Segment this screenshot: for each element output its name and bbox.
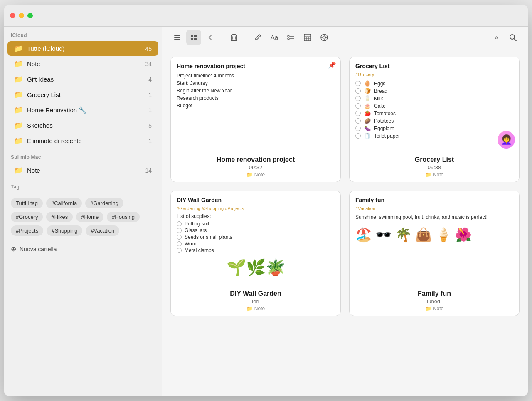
note-card-diy[interactable]: DIY Wall Garden #Gardening #Shopping #Pr… xyxy=(170,191,341,316)
delete-icon xyxy=(230,33,238,42)
tag-tutti[interactable]: Tutti i tag xyxy=(11,198,43,208)
list-view-button[interactable] xyxy=(170,30,185,45)
folder-icon: 📁 xyxy=(14,44,23,53)
note-card-family[interactable]: Family fun #Vacation Sunshine, swimming … xyxy=(349,191,520,316)
folder-label: Note xyxy=(254,172,265,178)
note-time: lunedì xyxy=(355,298,514,304)
share-icon xyxy=(320,33,329,42)
note-line-1: Project timeline: 4 months xyxy=(177,72,335,79)
note-folder: 📁 Note xyxy=(176,306,335,312)
tag-home[interactable]: #Home xyxy=(76,212,103,222)
diy-item-label: Metal clamps xyxy=(185,248,214,253)
folder-icon-sm: 📁 xyxy=(246,172,253,178)
sidebar-item-tutte[interactable]: 📁 Tutte (iCloud) 45 xyxy=(7,41,158,56)
svg-point-11 xyxy=(288,35,289,37)
note-title: Home renovation project xyxy=(176,156,335,163)
note-folder: 📁 Note xyxy=(355,306,514,312)
diy-item-3: Wood xyxy=(177,241,335,247)
sidebar-item-label: Sketches xyxy=(27,122,144,129)
grocery-check xyxy=(355,96,361,101)
grocery-emoji: 🍞 xyxy=(364,88,371,94)
edit-button[interactable] xyxy=(250,30,265,45)
grocery-preview-title: Grocery List xyxy=(355,63,513,69)
minimize-button[interactable] xyxy=(19,13,24,18)
table-icon xyxy=(303,33,312,42)
sidebar-item-label: Grocery List xyxy=(27,91,144,98)
back-button[interactable] xyxy=(203,30,218,45)
tag-grocery[interactable]: #Grocery xyxy=(11,212,43,222)
sidebar-item-note-mac[interactable]: 📁 Note 14 xyxy=(7,163,158,178)
grocery-item-0: 🥚 Eggs xyxy=(355,80,513,87)
delete-button[interactable] xyxy=(227,30,241,45)
tag-housing[interactable]: #Housing xyxy=(107,212,140,222)
tag-vacation[interactable]: #Vacation xyxy=(86,225,119,236)
sidebar-item-grocery[interactable]: 📁 Grocery List 1 xyxy=(7,87,158,102)
format-button[interactable]: Aa xyxy=(267,30,282,45)
note-card-grocery[interactable]: Grocery List #Grocery 🥚 Eggs 🍞 Bread xyxy=(349,57,520,182)
grocery-emoji: 🎂 xyxy=(364,103,371,109)
family-tag: #Vacation xyxy=(355,206,513,211)
more-button[interactable]: » xyxy=(489,30,504,45)
note-line-3: Begin after the New Year xyxy=(177,87,335,94)
sticker-beach: 🏖️ xyxy=(355,227,372,243)
folder-icon: 📁 xyxy=(14,90,23,99)
plants-image: 🌱🌿🪴 xyxy=(177,258,335,277)
note-preview-title: Home renovation project xyxy=(177,63,335,69)
tag-hikes[interactable]: #Hikes xyxy=(46,212,73,222)
sidebar-item-renovation[interactable]: 📁 Home Renovation 🔧 1 xyxy=(7,103,158,117)
notes-grid: Home renovation project Project timeline… xyxy=(162,48,528,396)
family-stickers: 🏖️ 🕶️ 🌴 👜 🍦 🌺 xyxy=(355,227,513,243)
diy-tag: #Gardening #Shopping #Projects xyxy=(177,206,335,211)
note-card-home-renovation[interactable]: Home renovation project Project timeline… xyxy=(170,57,341,182)
search-button[interactable] xyxy=(505,30,520,45)
toolbar: Aa xyxy=(162,27,528,48)
grocery-item-3: 🎂 Cake xyxy=(355,103,513,109)
tag-shopping[interactable]: #Shopping xyxy=(47,225,82,236)
toolbar-divider-2 xyxy=(246,32,246,42)
svg-line-27 xyxy=(514,39,516,41)
back-icon xyxy=(207,33,214,42)
note-card-footer: DIY Wall Garden ieri 📁 Note xyxy=(171,287,340,316)
user-avatar: 👩‍🦱 xyxy=(498,131,515,149)
diy-item-1: Glass jars xyxy=(177,228,335,233)
sticker-palm: 🌴 xyxy=(395,227,412,243)
close-button[interactable] xyxy=(10,13,15,18)
checklist-button[interactable] xyxy=(283,30,298,45)
note-title: Grocery List xyxy=(355,156,514,163)
share-button[interactable] xyxy=(317,30,332,45)
edit-icon xyxy=(254,33,262,42)
grocery-tag: #Grocery xyxy=(355,72,513,77)
search-icon xyxy=(509,33,517,42)
diy-check xyxy=(177,228,182,233)
new-folder-button[interactable]: ⊕ Nuova cartella xyxy=(4,241,162,257)
sidebar-item-eliminate[interactable]: 📁 Eliminate di recente 1 xyxy=(7,134,158,148)
sidebar-item-label: Note xyxy=(27,60,141,67)
grocery-item-4: 🍅 Tomatoes xyxy=(355,110,513,116)
note-folder: 📁 Note xyxy=(355,172,514,178)
svg-rect-1 xyxy=(174,37,180,38)
tag-gardening[interactable]: #Gardening xyxy=(85,198,123,208)
note-line-5: Budget xyxy=(177,102,335,109)
sidebar-item-label: Eliminate di recente xyxy=(27,137,144,144)
tag-projects[interactable]: #Projects xyxy=(11,225,43,236)
diy-item-2: Seeds or small plants xyxy=(177,234,335,240)
note-preview-home-renovation: Home renovation project Project timeline… xyxy=(171,57,340,153)
svg-rect-4 xyxy=(194,35,197,37)
folder-icon: 📁 xyxy=(14,166,23,175)
notes-area: Aa xyxy=(162,27,528,396)
grocery-check xyxy=(355,126,361,131)
table-button[interactable] xyxy=(300,30,315,45)
svg-rect-3 xyxy=(191,35,193,37)
sidebar-item-sketches[interactable]: 📁 Sketches 5 xyxy=(7,118,158,133)
svg-rect-15 xyxy=(304,34,311,41)
svg-rect-0 xyxy=(174,35,180,36)
titlebar xyxy=(4,5,528,27)
svg-point-13 xyxy=(288,38,289,40)
grocery-label: Bread xyxy=(374,88,387,94)
note-time: 09:38 xyxy=(355,164,514,171)
sidebar-item-note[interactable]: 📁 Note 34 xyxy=(7,57,158,71)
tag-california[interactable]: #California xyxy=(46,198,82,208)
maximize-button[interactable] xyxy=(27,13,33,18)
sidebar-item-gift[interactable]: 📁 Gift Ideas 4 xyxy=(7,72,158,87)
grid-view-button[interactable] xyxy=(186,30,201,45)
